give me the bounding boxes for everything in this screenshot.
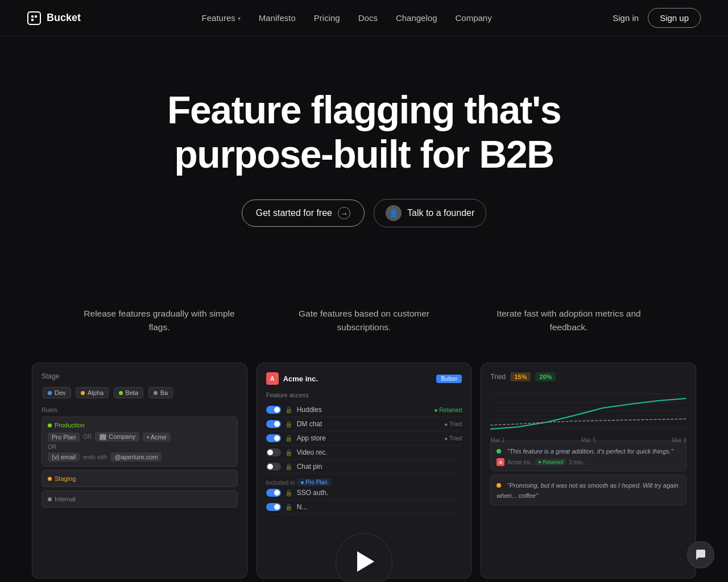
svg-rect-0 (31, 15, 34, 18)
feature-row-n: 🔒 N... (266, 500, 462, 514)
chart-label-1: Mar 1 (490, 437, 505, 443)
shield-icon-5: 🔒 (285, 463, 293, 471)
status-retained: ● Retained (434, 407, 462, 413)
feature-access-label: Feature access (266, 392, 462, 398)
shield-icon-2: 🔒 (285, 421, 293, 428)
chart-label-3: Mar 9 (672, 437, 686, 443)
chip-email: {v} email (48, 452, 80, 462)
signin-button[interactable]: Sign in (613, 13, 639, 23)
play-triangle-icon (357, 551, 374, 572)
logo-link[interactable]: Bucket (27, 11, 81, 25)
logo-icon (27, 11, 41, 25)
founder-avatar: 👤 (386, 205, 402, 221)
feedback-item-2: "Promising, but it was not as smooth as … (490, 475, 686, 505)
feedback-company-1: Acme inc. (507, 459, 532, 465)
stage-header: Stage (42, 372, 238, 380)
chip-aperture: @aperture.com (110, 452, 162, 462)
nav-company[interactable]: Company (455, 13, 491, 23)
feedback-text-2: "Promising, but it was not as smooth as … (497, 482, 678, 499)
company-name: Acme inc. (283, 375, 318, 383)
nav-features[interactable]: Features ▾ (202, 13, 241, 23)
feature-item-1: Release features gradually with simple f… (57, 307, 262, 334)
hero-title: Feature flagging that's purpose-built fo… (165, 88, 563, 176)
tag-beta: Beta (114, 387, 144, 398)
logo-text: Bucket (47, 12, 81, 24)
feedback-dot-green (497, 449, 501, 454)
screenshot-middle: A Acme inc. Button Feature access 🔒 Hudd… (252, 363, 477, 579)
feature-row-huddles: 🔒 Huddles ● Retained (266, 403, 462, 417)
toggle-n[interactable] (266, 503, 281, 511)
feature-item-2: Gate features based on customer subscrip… (262, 307, 466, 334)
rules-label: Rules (42, 406, 238, 413)
shield-icon-7: 🔒 (285, 504, 293, 511)
hero-buttons: Get started for free → 👤 Talk to a found… (27, 199, 701, 227)
company-header: A Acme inc. Button (266, 372, 462, 385)
nav-links: Features ▾ Manifesto Pricing Docs Change… (202, 13, 492, 23)
company-icon: A (266, 372, 279, 385)
feature-row-sso: 🔒 SSO auth. (266, 486, 462, 500)
pct1-badge: 15% (510, 372, 531, 381)
chevron-down-icon: ▾ (238, 15, 241, 22)
or-divider: OR (48, 444, 231, 450)
toggle-sso[interactable] (266, 489, 281, 497)
toggle-appstore[interactable] (266, 434, 281, 442)
feature-row-videorec: 🔒 Video rec. (266, 446, 462, 460)
arrow-icon: → (338, 207, 350, 219)
tag-dev: Dev (43, 387, 71, 398)
metric-header: Tried 15% 20% (490, 372, 686, 381)
chat-icon (694, 548, 707, 561)
nav-docs[interactable]: Docs (358, 13, 378, 23)
stage-tags: Dev Alpha Beta Ba (42, 386, 238, 400)
chart-label-2: Mar 5 (581, 437, 596, 443)
nav-pricing[interactable]: Pricing (314, 13, 340, 23)
feedback-text-1: "This feature is a great addition, it's … (507, 448, 673, 455)
screenshot-right: Tried 15% 20% Mar 1 (476, 363, 701, 579)
nav-manifesto[interactable]: Manifesto (259, 13, 296, 23)
feature-row-chatpin: 🔒 Chat pin (266, 460, 462, 474)
nav-changelog[interactable]: Changelog (396, 13, 437, 23)
toggle-videorec[interactable] (266, 448, 281, 456)
signup-button[interactable]: Sign up (648, 8, 701, 28)
rule-production: Production Pro Plan OR 🏢 Company • Acme … (42, 417, 238, 467)
rule-staging: Staging (42, 470, 238, 487)
toggle-dmchat[interactable] (266, 420, 281, 428)
status-tried-2: ● Tried (444, 435, 462, 442)
shield-icon-4: 🔒 (285, 449, 293, 456)
nav-actions: Sign in Sign up (613, 8, 701, 28)
tried-label: Tried (490, 373, 506, 381)
svg-rect-2 (31, 19, 34, 21)
shield-icon-6: 🔒 (285, 489, 293, 497)
talk-to-founder-button[interactable]: 👤 Talk to a founder (374, 199, 486, 227)
toggle-huddles[interactable] (266, 406, 281, 414)
screenshot-card-left: Stage Dev Alpha Beta Ba Rules Production… (32, 363, 247, 579)
svg-rect-1 (35, 15, 37, 18)
adoption-chart (490, 388, 686, 434)
tag-ba: Ba (148, 387, 173, 398)
feedback-meta-1: A Acme inc. ● Retained 3 min... (497, 458, 680, 466)
get-started-button[interactable]: Get started for free → (242, 199, 365, 227)
screenshots-row: Stage Dev Alpha Beta Ba Rules Production… (0, 363, 728, 579)
screenshot-left: Stage Dev Alpha Beta Ba Rules Production… (27, 363, 252, 579)
pct2-badge: 20% (535, 372, 556, 381)
included-label: Included in ● Pro Plan (266, 479, 462, 486)
rule-internal: Internal (42, 490, 238, 508)
chip-proplan: Pro Plan (48, 433, 80, 442)
toggle-chatpin[interactable] (266, 463, 281, 471)
retained-badge: ● Retained (535, 459, 566, 465)
screenshot-card-right: Tried 15% 20% Mar 1 (481, 363, 696, 579)
shield-icon-3: 🔒 (285, 435, 293, 442)
feature-row-dmchat: 🔒 DM chat ● Tried (266, 417, 462, 431)
feature-item-3: Iterate fast with adoption metrics and f… (466, 307, 671, 334)
feedback-time-1: 3 min... (569, 459, 588, 465)
chart-area: Mar 1 Mar 5 Mar 9 (490, 388, 686, 434)
chip-acme: • Acme (143, 433, 170, 442)
navbar: Bucket Features ▾ Manifesto Pricing Docs… (0, 0, 728, 36)
status-tried-1: ● Tried (444, 421, 462, 427)
status-badge: Button (436, 375, 462, 383)
acme-icon: A (497, 458, 504, 466)
feedback-item-1: "This feature is a great addition, it's … (490, 440, 686, 471)
chip-company: 🏢 Company (95, 432, 139, 442)
pro-plan-badge: ● Pro Plan (297, 479, 330, 486)
feedback-dot-orange (497, 483, 501, 488)
chat-widget[interactable] (687, 541, 714, 568)
